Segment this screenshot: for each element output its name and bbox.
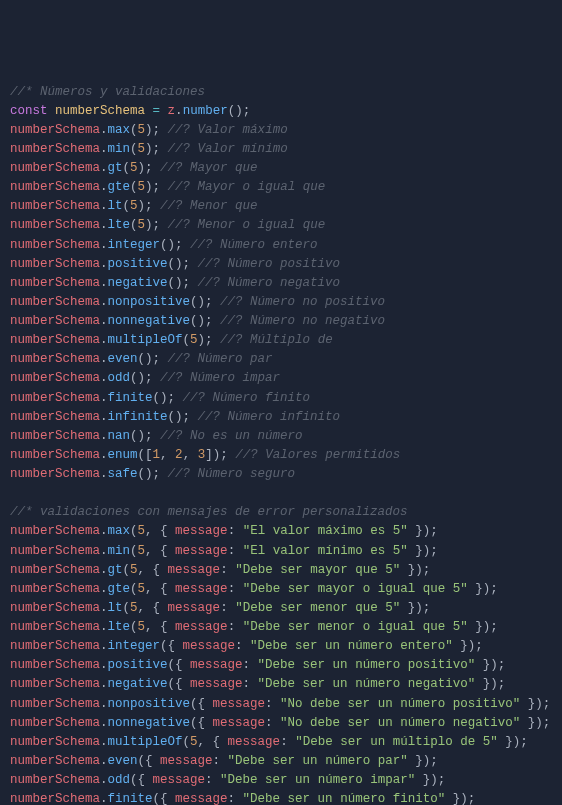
code-line: numberSchema.gte(5, { message: "Debe ser…: [10, 580, 552, 599]
code-line: const numberSchema = z.number();: [10, 102, 552, 121]
code-line: numberSchema.positive(); //? Número posi…: [10, 255, 552, 274]
code-line: numberSchema.lte(5, { message: "Debe ser…: [10, 618, 552, 637]
code-line: numberSchema.gt(5, { message: "Debe ser …: [10, 561, 552, 580]
code-line: numberSchema.gte(5); //? Mayor o igual q…: [10, 178, 552, 197]
code-line: numberSchema.nan(); //? No es un número: [10, 427, 552, 446]
code-line: numberSchema.lt(5, { message: "Debe ser …: [10, 599, 552, 618]
code-line: numberSchema.even({ message: "Debe ser u…: [10, 752, 552, 771]
code-line: numberSchema.safe(); //? Número seguro: [10, 465, 552, 484]
code-line: numberSchema.finite({ message: "Debe ser…: [10, 790, 552, 805]
code-editor: //* Números y validacionesconst numberSc…: [10, 83, 552, 806]
code-line: //* validaciones con mensajes de error p…: [10, 503, 552, 522]
code-line: numberSchema.max(5, { message: "El valor…: [10, 522, 552, 541]
code-line: numberSchema.min(5); //? Valor mínimo: [10, 140, 552, 159]
code-line: numberSchema.negative({ message: "Debe s…: [10, 675, 552, 694]
code-line: numberSchema.positive({ message: "Debe s…: [10, 656, 552, 675]
code-line: numberSchema.nonpositive({ message: "No …: [10, 695, 552, 714]
code-line: numberSchema.nonnegative({ message: "No …: [10, 714, 552, 733]
code-line: numberSchema.enum([1, 2, 3]); //? Valore…: [10, 446, 552, 465]
code-line: numberSchema.gt(5); //? Mayor que: [10, 159, 552, 178]
code-line: numberSchema.multipleOf(5, { message: "D…: [10, 733, 552, 752]
code-line: numberSchema.nonpositive(); //? Número n…: [10, 293, 552, 312]
code-line: numberSchema.max(5); //? Valor máximo: [10, 121, 552, 140]
code-line: numberSchema.multipleOf(5); //? Múltiplo…: [10, 331, 552, 350]
code-line: numberSchema.odd({ message: "Debe ser un…: [10, 771, 552, 790]
code-line: numberSchema.lte(5); //? Menor o igual q…: [10, 216, 552, 235]
code-line: numberSchema.even(); //? Número par: [10, 350, 552, 369]
code-line: numberSchema.lt(5); //? Menor que: [10, 197, 552, 216]
code-line: numberSchema.infinite(); //? Número infi…: [10, 408, 552, 427]
code-line: numberSchema.integer({ message: "Debe se…: [10, 637, 552, 656]
code-line: [10, 484, 552, 503]
code-line: numberSchema.nonnegative(); //? Número n…: [10, 312, 552, 331]
code-line: numberSchema.finite(); //? Número finito: [10, 389, 552, 408]
code-line: numberSchema.integer(); //? Número enter…: [10, 236, 552, 255]
code-line: //* Números y validaciones: [10, 83, 552, 102]
code-line: numberSchema.min(5, { message: "El valor…: [10, 542, 552, 561]
code-line: numberSchema.negative(); //? Número nega…: [10, 274, 552, 293]
code-line: numberSchema.odd(); //? Número impar: [10, 369, 552, 388]
